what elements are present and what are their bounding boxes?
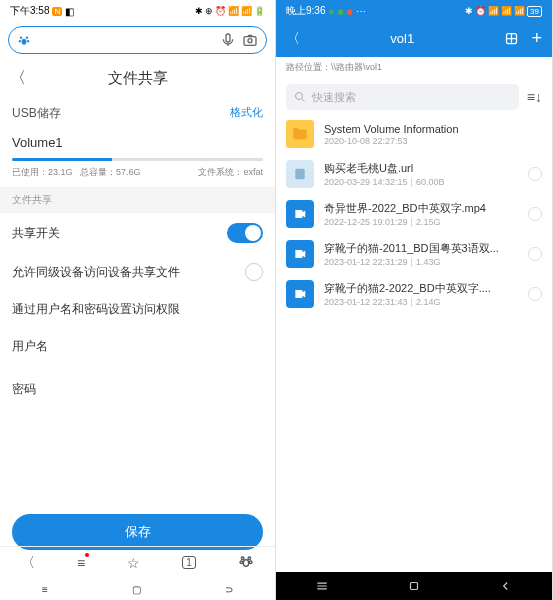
sys-menu[interactable]: ≡ [42, 584, 48, 595]
svg-point-8 [241, 557, 244, 560]
svg-point-3 [27, 40, 29, 42]
file-item[interactable]: 奇异世界-2022_BD中英双字.mp42022-12-25 19:01:29|… [276, 194, 552, 234]
svg-point-10 [240, 561, 243, 564]
system-nav: ≡ ▢ ⊃ [0, 578, 275, 600]
allow-peer-label: 允许同级设备访问设备共享文件 [12, 264, 180, 281]
video-icon [286, 200, 314, 228]
wifi-icon: 📶 [514, 6, 525, 16]
auth-row: 通过用户名和密码设置访问权限 [0, 291, 275, 328]
file-name: 穿靴子的猫-2011_BD国粤英3语双... [324, 241, 518, 256]
status-dot: ■ [347, 6, 353, 17]
wifi-icon: 📶 [241, 6, 252, 16]
video-icon [286, 280, 314, 308]
file-list: System Volume Information2020-10-08 22:2… [276, 114, 552, 600]
share-toggle-row: 共享开关 [0, 213, 275, 253]
svg-rect-5 [226, 34, 230, 42]
file-meta: 2023-01-12 22:31:43|2.14G [324, 297, 518, 307]
usb-section: USB储存 格式化 [0, 97, 275, 130]
svg-point-12 [243, 560, 248, 567]
svg-point-1 [26, 37, 28, 39]
file-name: 购买老毛桃U盘.url [324, 161, 518, 176]
sys-menu[interactable] [315, 579, 329, 593]
volume-name: Volume1 [0, 130, 275, 154]
mic-icon[interactable] [220, 32, 236, 48]
status-time: 晚上9:36 [286, 4, 325, 18]
file-item[interactable]: 购买老毛桃U盘.url2020-03-29 14:32:15|60.00B [276, 154, 552, 194]
usb-label: USB储存 [12, 105, 61, 122]
title-bar: 〈 文件共享 [0, 58, 275, 97]
svg-point-2 [19, 40, 21, 42]
signal-icon: 📶 [488, 6, 499, 16]
page-title: 文件共享 [0, 69, 275, 88]
status-icon: N [52, 7, 62, 16]
nav-tabs[interactable]: 1 [182, 556, 196, 569]
alarm-icon: ⏰ [215, 6, 226, 16]
bluetooth-icon: ✱ [195, 6, 203, 16]
phone-right: 晚上9:36 ● ■ ■ ⋯ ✱ ⏰ 📶 📶 📶 39 〈 vol1 + [276, 0, 553, 600]
file-item[interactable]: 穿靴子的猫2-2022_BD中英双字....2023-01-12 22:31:4… [276, 274, 552, 314]
status-dot: ■ [338, 6, 344, 17]
format-button[interactable]: 格式化 [230, 105, 263, 122]
file-select-radio[interactable] [528, 247, 542, 261]
alarm-icon: ⏰ [475, 6, 486, 16]
status-more: ⋯ [356, 6, 366, 17]
file-name: System Volume Information [324, 123, 542, 135]
svg-rect-6 [244, 37, 256, 46]
signal-icon: 📶 [228, 6, 239, 16]
password-label: 密码 [0, 371, 275, 414]
status-dot: ● [328, 6, 334, 17]
file-select-radio[interactable] [528, 167, 542, 181]
camera-icon[interactable] [242, 32, 258, 48]
search-icon [294, 91, 306, 103]
svg-rect-16 [411, 583, 418, 590]
status-icon: ◧ [65, 6, 74, 17]
file-name: 奇异世界-2022_BD中英双字.mp4 [324, 201, 518, 216]
nav-menu[interactable]: ≡ [77, 555, 85, 571]
storage-info: 已使用：23.1G 总容量：57.6G 文件系统：exfat [0, 161, 275, 187]
folder-icon [286, 120, 314, 148]
browser-search-bar[interactable] [8, 26, 267, 54]
sys-back[interactable]: ⊃ [225, 584, 233, 595]
username-label: 用户名 [0, 328, 275, 371]
nav-home[interactable] [238, 553, 254, 572]
search-input[interactable]: 快速搜索 [286, 84, 519, 110]
nav-back[interactable]: 〈 [21, 554, 35, 572]
save-button[interactable]: 保存 [12, 514, 263, 550]
battery-icon: 39 [527, 6, 542, 17]
signal-icon: 📶 [501, 6, 512, 16]
browser-nav: 〈 ≡ ☆ 1 [0, 546, 275, 578]
sys-home[interactable] [407, 579, 421, 593]
back-button[interactable]: 〈 [286, 30, 300, 48]
share-toggle[interactable] [227, 223, 263, 243]
sort-button[interactable]: ≡↓ [527, 89, 542, 105]
add-button[interactable]: + [531, 28, 542, 49]
file-item[interactable]: 穿靴子的猫-2011_BD国粤英3语双...2023-01-12 22:31:2… [276, 234, 552, 274]
share-toggle-label: 共享开关 [12, 225, 60, 242]
auth-label: 通过用户名和密码设置访问权限 [12, 301, 180, 318]
svg-point-4 [22, 39, 27, 45]
transfer-icon[interactable] [504, 31, 519, 46]
file-name: 穿靴子的猫2-2022_BD中英双字.... [324, 281, 518, 296]
nav-bookmark[interactable]: ☆ [127, 555, 140, 571]
search-placeholder: 快速搜索 [312, 90, 356, 105]
battery-icon: 🔋 [254, 6, 265, 16]
file-item[interactable]: System Volume Information2020-10-08 22:2… [276, 114, 552, 154]
sys-home[interactable]: ▢ [132, 584, 141, 595]
file-meta: 2020-03-29 14:32:15|60.00B [324, 177, 518, 187]
status-bar: 晚上9:36 ● ■ ■ ⋯ ✱ ⏰ 📶 📶 📶 39 [276, 0, 552, 22]
nfc-icon: ⊕ [205, 6, 213, 16]
path-row: 路径位置：\\路由器\vol1 [276, 57, 552, 80]
app-header: 〈 vol1 + [276, 22, 552, 57]
svg-point-14 [296, 93, 303, 100]
file-select-radio[interactable] [528, 287, 542, 301]
search-row: 快速搜索 ≡↓ [276, 80, 552, 114]
phone-left: 下午3:58 N ◧ ✱ ⊕ ⏰ 📶 📶 🔋 〈 文件共享 USB储存 格式化 … [0, 0, 276, 600]
file-select-radio[interactable] [528, 207, 542, 221]
allow-peer-radio[interactable] [245, 263, 263, 281]
sys-back[interactable] [499, 579, 513, 593]
status-bar: 下午3:58 N ◧ ✱ ⊕ ⏰ 📶 📶 🔋 [0, 0, 275, 22]
file-meta: 2020-10-08 22:27:53 [324, 136, 542, 146]
svg-rect-15 [295, 169, 304, 180]
system-nav [276, 572, 552, 600]
folder-title: vol1 [390, 31, 414, 46]
